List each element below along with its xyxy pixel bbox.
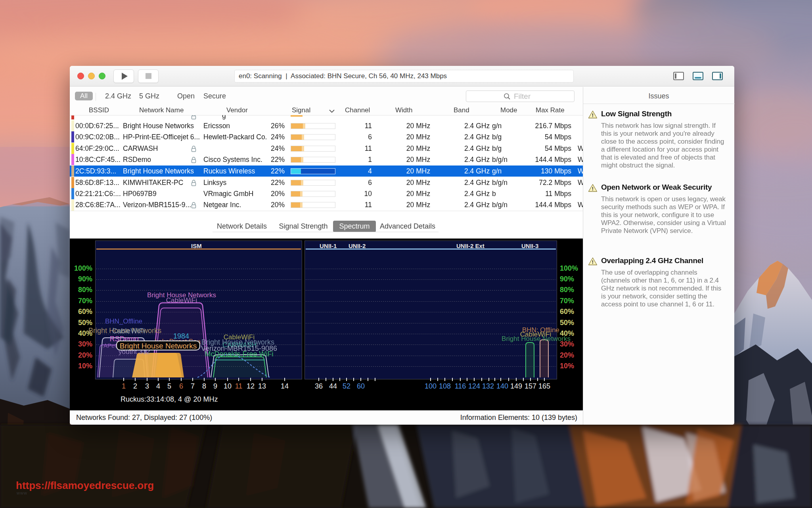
svg-text:!: ! — [592, 186, 594, 192]
svg-text:!: ! — [592, 112, 594, 118]
svg-text:!: ! — [592, 259, 594, 265]
